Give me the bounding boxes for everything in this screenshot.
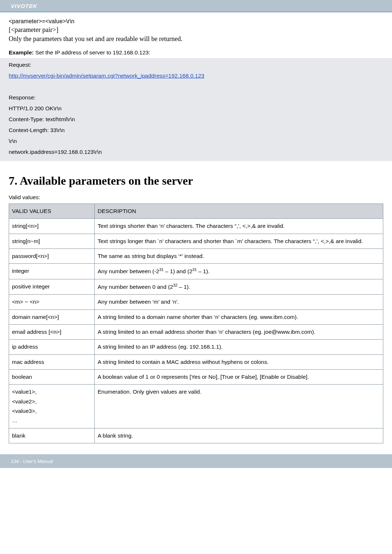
table-row: positive integerAny number between 0 and… [9, 279, 383, 295]
footer-text: 134 - User's Manual [11, 459, 53, 464]
table-cell-left: positive integer [9, 279, 95, 295]
table-cell-left: email address [<n>] [9, 325, 95, 340]
table-row: string[n~m]Text strings longer than `n’ … [9, 234, 383, 249]
request-url-row: http://myserver/cgi-bin/admin/setparam.c… [4, 70, 388, 81]
table-row: blankA blank string. [9, 428, 383, 443]
table-cell-right: A string limited to a domain name shorte… [95, 309, 383, 324]
page-header-bar: VIVOTEK [0, 0, 392, 12]
table-cell-left: password[<n>] [9, 249, 95, 264]
table-row: <value1>,<value2>,<value3>,…Enumeration.… [9, 385, 383, 428]
table-cell-left: domain name[<n>] [9, 309, 95, 324]
table-cell-right: A boolean value of 1 or 0 represents [Ye… [95, 370, 383, 385]
table-header-right: DESCRIPTION [95, 204, 383, 219]
table-cell-right: Text strings longer than `n’ characters … [95, 234, 383, 249]
table-cell-right: A string limited to contain a MAC addres… [95, 354, 383, 369]
table-cell-right: The same as string but displays ‘*’ inst… [95, 249, 383, 264]
table-cell-right: A blank string. [95, 428, 383, 443]
table-row: password[<n>]The same as string but disp… [9, 249, 383, 264]
table-cell-right: Any number between 0 and (232 – 1). [95, 279, 383, 295]
page-footer-bar: 134 - User's Manual [0, 454, 392, 468]
table-row: booleanA boolean value of 1 or 0 represe… [9, 370, 383, 385]
table-row: mac addressA string limited to contain a… [9, 354, 383, 369]
brand-label: VIVOTEK [11, 3, 37, 9]
response-line-0: HTTP/1.0 200 OK\r\n [4, 103, 388, 114]
request-url-link[interactable]: http://myserver/cgi-bin/admin/setparam.c… [9, 73, 204, 79]
table-row: email address [<n>]A string limited to a… [9, 325, 383, 340]
page-content: <parameter>=<value>\r\n [<parameter pair… [0, 12, 392, 443]
table-row: ip addressA string limited to an IP addr… [9, 340, 383, 354]
response-line-1: Content-Type: text/html\r\n [4, 114, 388, 125]
valid-values-table: VALID VALUES DESCRIPTION string[<n>]Text… [9, 204, 383, 443]
example-label-prefix: Example: [9, 49, 34, 56]
lead-line-1: <parameter>=<value>\r\n [9, 18, 383, 25]
table-cell-right: Text strings shorter than ‘n’ characters… [95, 219, 383, 234]
section-heading: 7. Available parameters on the server [9, 174, 383, 188]
table-cell-right: Any number between (-231 – 1) and (231 –… [95, 264, 383, 279]
table-row: <m> ~ <n>Any number between ‘m’ and ‘n’. [9, 295, 383, 309]
spacer-row [4, 81, 388, 92]
table-cell-right: Any number between ‘m’ and ‘n’. [95, 295, 383, 309]
table-cell-right: Enumeration. Only given values are valid… [95, 385, 383, 428]
response-line-2: Context-Length: 33\r\n [4, 125, 388, 136]
response-line-4: network.ipaddress=192.168.0.123\r\n [4, 147, 388, 157]
table-cell-left: <m> ~ <n> [9, 295, 95, 309]
lead-line-2: [<parameter pair>] [9, 26, 383, 34]
table-row: integerAny number between (-231 – 1) and… [9, 264, 383, 279]
valid-values-label: Valid values: [9, 194, 383, 201]
table-cell-left: string[<n>] [9, 219, 95, 234]
table-header-left: VALID VALUES [9, 204, 95, 219]
table-cell-left: mac address [9, 354, 95, 369]
table-cell-left: integer [9, 264, 95, 279]
example-label-rest: Set the IP address of server to 192.168.… [34, 49, 150, 56]
example-label: Example: Set the IP address of server to… [9, 49, 383, 56]
table-cell-left: boolean [9, 370, 95, 385]
lead-line-3: Only the parameters that you set and are… [9, 35, 383, 43]
table-cell-left: <value1>,<value2>,<value3>,… [9, 385, 95, 428]
table-cell-right: A string limited to an IP address (eg. 1… [95, 340, 383, 354]
response-label: Response: [4, 92, 388, 103]
table-cell-right: A string limited to an email address sho… [95, 325, 383, 340]
table-row: domain name[<n>]A string limited to a do… [9, 309, 383, 324]
example-box: Request: http://myserver/cgi-bin/admin/s… [0, 58, 392, 161]
table-header-row: VALID VALUES DESCRIPTION [9, 204, 383, 219]
request-label: Request: [4, 59, 388, 70]
response-line-3: \r\n [4, 136, 388, 147]
table-row: string[<n>]Text strings shorter than ‘n’… [9, 219, 383, 234]
table-cell-left: ip address [9, 340, 95, 354]
table-cell-left: blank [9, 428, 95, 443]
table-cell-left: string[n~m] [9, 234, 95, 249]
